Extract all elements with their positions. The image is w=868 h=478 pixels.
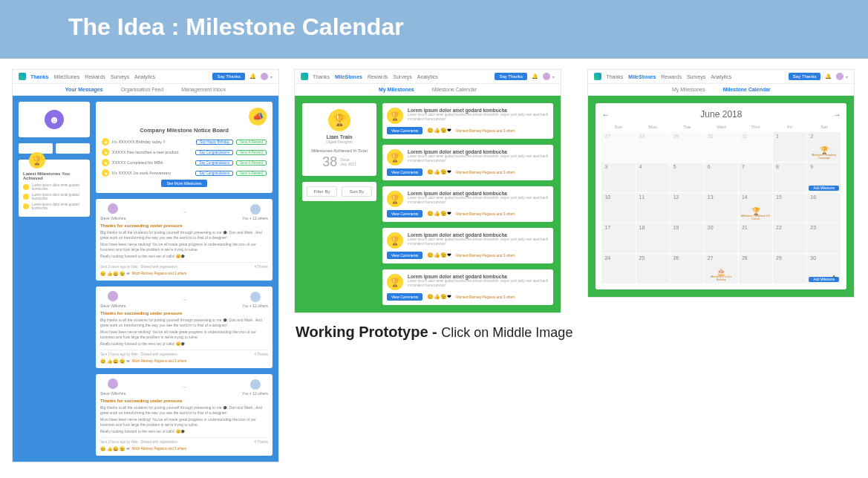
sort-by-button[interactable]: Sort By — [342, 186, 372, 197]
calendar-cell[interactable]: 27 — [601, 132, 635, 162]
calendar-cell[interactable]: 16 — [807, 193, 841, 223]
view-comments-button[interactable]: View Comments — [387, 293, 422, 301]
calendar-cell[interactable]: 8 — [773, 163, 806, 192]
trophy-icon: 🏆 — [328, 109, 350, 131]
milestone-list: 🏆Lorem ipsum dolor amet godard kombuchaL… — [382, 103, 553, 305]
calendar-cell[interactable]: 7 — [739, 163, 772, 192]
add-milestone-button[interactable]: Add Milestone — [809, 186, 839, 191]
emoji-reactions[interactable]: 😊👍😉❤ — [427, 169, 451, 175]
tab-management-inbox[interactable]: Management Inbox — [181, 87, 226, 92]
nav-rewards[interactable]: Rewards — [661, 74, 682, 79]
nav-analytics[interactable]: Analytics — [711, 74, 731, 79]
say-thanks-button[interactable]: Say Thanks — [212, 73, 245, 80]
calendar-cell[interactable]: 5 — [670, 163, 704, 192]
nav-milestones[interactable]: MileStones — [628, 74, 656, 79]
calendar-cell[interactable]: 24 — [601, 254, 635, 284]
tab-milestone-calendar[interactable]: Milestone Calendar — [723, 87, 771, 92]
nav-analytics[interactable]: Analytics — [417, 74, 438, 79]
calendar-cell[interactable]: 30 — [705, 132, 738, 162]
nav-milestones[interactable]: MileStones — [335, 74, 362, 79]
view-comments-button[interactable]: View Comments — [387, 168, 422, 176]
nav-rewards[interactable]: Rewards — [85, 74, 105, 79]
calendar-cell[interactable]: 15 — [773, 193, 806, 223]
calendar-cell[interactable]: 6 — [705, 163, 738, 192]
nav-thanks[interactable]: Thanks — [30, 74, 49, 79]
calendar-cell[interactable]: 26 — [670, 254, 704, 284]
next-month-button[interactable]: → — [833, 111, 841, 119]
emoji-reactions[interactable]: 😊👍😉❤ — [427, 252, 451, 258]
calendar-cell[interactable]: 21 — [739, 223, 772, 253]
prev-month-button[interactable]: ← — [601, 111, 609, 119]
calendar-cell[interactable]: 1 — [773, 132, 806, 162]
calendar-cell[interactable]: 22 — [773, 223, 806, 253]
nav-surveys[interactable]: Surveys — [687, 74, 705, 79]
calendar-cell[interactable]: 27🎂Milestone It's Your Birthday — [705, 254, 738, 284]
subtabs: My Milestones Milestone Calendar — [588, 84, 854, 96]
caret-down-icon[interactable]: ▾ — [552, 74, 555, 79]
filter-by-button[interactable]: Filter By — [307, 186, 337, 197]
nav-milestones[interactable]: MileStones — [54, 74, 80, 79]
tab-milestone-calendar[interactable]: Milestone Calendar — [432, 87, 477, 92]
calendar-cell[interactable]: 31 — [739, 132, 772, 162]
view-comments-button[interactable]: View Comments — [387, 210, 422, 217]
profile-name: Liam Train — [308, 134, 371, 140]
calendar-cell[interactable]: 10 — [601, 193, 635, 223]
calendar-cell[interactable]: 30Add Milestone↖ — [807, 254, 841, 284]
sender-avatar — [108, 379, 118, 389]
calendar-cell[interactable]: 9Add Milestone — [807, 163, 841, 192]
emoji-reactions[interactable]: 😊 👍 😀 😉 ❤ — [100, 446, 130, 451]
caret-down-icon[interactable]: ▾ — [846, 74, 848, 79]
nav-rewards[interactable]: Rewards — [368, 74, 388, 79]
emoji-reactions[interactable]: 😊👍😉❤ — [427, 294, 451, 300]
mock-feed-view[interactable]: Thanks MileStones Rewards Surveys Analyt… — [12, 69, 279, 462]
calendar-cell[interactable]: 13 — [705, 193, 738, 223]
calendar-cell[interactable]: 28 — [636, 132, 670, 162]
say-thanks-button[interactable]: Say Thanks — [789, 73, 821, 80]
caret-down-icon[interactable]: ▾ — [270, 74, 273, 79]
bell-icon[interactable]: 🔔 — [532, 73, 538, 79]
calendar-cell[interactable]: 11 — [636, 193, 670, 223]
nav-thanks[interactable]: Thanks — [606, 74, 623, 79]
calendar-cell[interactable]: 3 — [601, 163, 635, 192]
mock-calendar-view[interactable]: Thanks MileStones Rewards Surveys Analyt… — [587, 69, 855, 298]
user-avatar[interactable] — [261, 73, 268, 80]
nav-thanks[interactable]: Thanks — [313, 74, 330, 79]
calendar-cell[interactable]: 25 — [636, 254, 670, 284]
view-comments-button[interactable]: View Comments — [387, 127, 422, 134]
emoji-reactions[interactable]: 😊 👍 😀 😉 ❤ — [100, 358, 130, 364]
see-more-milestones-button[interactable]: See More Milestones — [161, 180, 208, 187]
calendar-cell[interactable]: 17 — [601, 223, 635, 253]
calendar-cell[interactable]: 12 — [670, 193, 704, 223]
calendar-cell[interactable]: 14🏆Milestone Completed UX Course — [739, 193, 772, 223]
latest-row: Lorem ipsum dolor amet godard kombucha. — [23, 183, 85, 191]
calendar-cell[interactable]: 20 — [705, 223, 738, 253]
bell-icon[interactable]: 🔔 — [825, 73, 832, 79]
tab-my-milestones[interactable]: My Milestones — [672, 87, 705, 92]
calendar-cell[interactable]: 29 — [670, 132, 704, 162]
app-logo-icon — [301, 73, 308, 80]
emoji-reactions[interactable]: 😊👍😉❤ — [427, 211, 451, 217]
emoji-reactions[interactable]: 😊 👍 😀 😉 ❤ — [100, 271, 130, 276]
nav-analytics[interactable]: Analytics — [134, 74, 155, 79]
mock-milestones-list-view[interactable]: Thanks MileStones Rewards Surveys Analyt… — [294, 69, 561, 313]
tab-your-messages[interactable]: Your Messages — [65, 87, 103, 92]
mood-card[interactable]: ☻ — [19, 102, 90, 137]
nav-surveys[interactable]: Surveys — [394, 74, 412, 79]
nav-surveys[interactable]: Surveys — [111, 74, 129, 79]
bell-icon[interactable]: 🔔 — [249, 73, 256, 79]
say-thanks-button[interactable]: Say Thanks — [495, 73, 527, 80]
calendar-cell[interactable]: 23 — [807, 223, 841, 253]
user-avatar[interactable] — [543, 73, 550, 80]
emoji-reactions[interactable]: 😊👍😉❤ — [427, 128, 451, 134]
view-comments-button[interactable]: View Comments — [387, 252, 422, 259]
calendar-cell[interactable]: 29 — [773, 254, 806, 284]
calendar-cell[interactable]: 2🏆Milestone Completed Campaign — [807, 132, 841, 162]
calendar-cell[interactable]: 18 — [636, 223, 670, 253]
user-avatar[interactable] — [836, 73, 843, 80]
tab-org-feed[interactable]: Organisation Feed — [121, 87, 164, 92]
calendar-cell[interactable]: 28 — [739, 254, 772, 284]
calendar-cell[interactable]: 4 — [636, 163, 670, 192]
calendar-month-label: June 2018 — [700, 109, 742, 120]
tab-my-milestones[interactable]: My Milestones — [379, 87, 414, 92]
calendar-cell[interactable]: 19 — [670, 223, 704, 253]
